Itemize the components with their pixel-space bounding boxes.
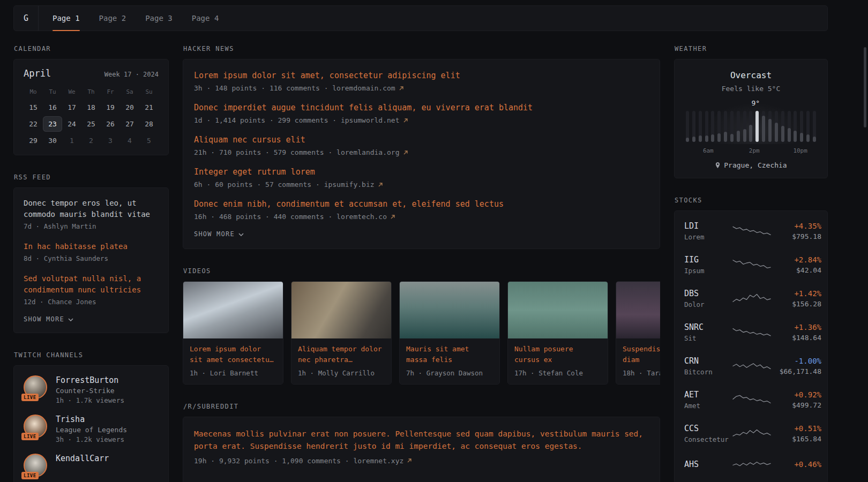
subreddit-post-link[interactable]: Maecenas mollis pulvinar erat non posuer…: [194, 428, 649, 453]
video-card[interactable]: Lorem ipsum dolor sit amet consectetu… 1…: [183, 281, 283, 385]
calendar-day-header: Fr: [101, 86, 120, 100]
rss-item-meta: 8d · Cynthia Saunders: [24, 254, 159, 262]
channel-avatar: LIVE: [24, 454, 48, 477]
weather-feels-like: Feels like 5°C: [684, 85, 818, 93]
channel-game: League of Legends: [56, 426, 127, 434]
hackernews-item-meta-text: 21h · 710 points · 579 comments · loreml…: [194, 148, 400, 156]
video-card[interactable]: Suspendisse diam 18h · Tara: [616, 281, 660, 385]
weather-hour-column: [768, 111, 772, 142]
channel-name: ForrestBurton: [56, 375, 124, 385]
hackernews-item-meta-text: 16h · 468 points · 440 comments · loremt…: [194, 213, 387, 221]
calendar-day-header: We: [62, 86, 81, 100]
stock-sparkline: [731, 291, 772, 306]
weather-hour-column: [806, 111, 810, 142]
weather-hour-column: [737, 111, 740, 142]
page-tab[interactable]: Page 1: [53, 6, 80, 31]
video-thumbnail: [291, 282, 391, 338]
stock-change: +0.46%: [772, 460, 821, 469]
rss-item-link[interactable]: Sed volutpat nulla nisl, a condimentum n…: [24, 273, 159, 296]
rss-item-link[interactable]: In hac habitasse platea: [24, 241, 159, 252]
hackernews-item-link[interactable]: Aliquam nec cursus elit: [194, 134, 649, 146]
rss-card: Donec tempor eros leo, ut commodo mauris…: [13, 187, 169, 333]
hackernews-item-link[interactable]: Donec enim nibh, condimentum et accumsan…: [194, 199, 649, 210]
stock-name: Amet: [684, 402, 731, 410]
video-title: Lorem ipsum dolor sit amet consectetu…: [190, 344, 276, 365]
weather-hour-bar: [775, 123, 778, 142]
external-link-icon: [403, 150, 408, 155]
stock-symbol: SNRC: [684, 322, 731, 332]
weather-hour-column: [743, 111, 746, 142]
calendar-widget-title: CALENDAR: [14, 45, 169, 52]
hackernews-item-meta: 21h · 710 points · 579 comments · loreml…: [194, 148, 649, 156]
video-thumbnail: [616, 282, 660, 338]
hackernews-item: Aliquam nec cursus elit 21h · 710 points…: [194, 134, 649, 156]
stock-identity: LDI Lorem: [684, 221, 731, 241]
stock-change: +1.36%: [772, 323, 821, 332]
subreddit-post-meta-text: 19h · 9,932 points · 1,090 comments · lo…: [194, 457, 403, 465]
rss-widget-title: RSS FEED: [14, 174, 169, 181]
right-column: WEATHER Overcast Feels like 5°C 9° 6am 2…: [674, 45, 828, 482]
calendar-day: 21: [139, 100, 159, 115]
subreddit-widget: /R/SUBREDDIT Maecenas mollis pulvinar er…: [183, 403, 660, 482]
rss-item-link[interactable]: Donec tempor eros leo, ut commodo mauris…: [24, 198, 159, 220]
weather-columns-chart: 9°: [684, 111, 818, 142]
weather-hour-column: [724, 111, 727, 142]
page-tab[interactable]: Page 4: [192, 6, 219, 31]
video-card[interactable]: Mauris sit amet massa felis 7h · Grayson…: [399, 281, 500, 385]
stock-symbol: AHS: [684, 460, 731, 469]
weather-widget-title: WEATHER: [675, 45, 828, 52]
page-tab[interactable]: Page 3: [145, 6, 173, 31]
stock-symbol: IIG: [684, 255, 731, 265]
weather-hour-column: [794, 111, 797, 142]
stock-sparkline: [731, 325, 772, 340]
stock-row: AHS +0.46%: [684, 450, 818, 480]
video-thumbnail: [400, 282, 499, 338]
weather-hour-bar: [781, 126, 784, 142]
hackernews-widget-title: HACKER NEWS: [183, 45, 660, 52]
stock-price: $42.04: [772, 266, 821, 274]
rss-widget: RSS FEED Donec tempor eros leo, ut commo…: [13, 174, 169, 333]
hackernews-item-link[interactable]: Lorem ipsum dolor sit amet, consectetur …: [194, 70, 649, 81]
stock-name: Consectetur: [684, 435, 731, 443]
sparkline-chart: [731, 223, 772, 239]
external-link-icon: [399, 86, 404, 91]
hackernews-item-link[interactable]: Integer eget rutrum lorem: [194, 167, 649, 178]
video-card[interactable]: Aliquam tempor dolor nec pharetra… 1h · …: [291, 281, 392, 385]
hackernews-list: Lorem ipsum dolor sit amet, consectetur …: [194, 70, 649, 221]
weather-location-text: Prague, Czechia: [724, 161, 787, 169]
channel-info: Trisha League of Legends 3h · 1.2k viewe…: [56, 415, 127, 443]
external-link-icon: [407, 458, 412, 463]
twitch-channel[interactable]: LIVE KendallCarr: [24, 454, 159, 477]
stock-name: Bitcorn: [684, 368, 731, 376]
calendar-day: 26: [101, 116, 120, 132]
page-tab[interactable]: Page 2: [99, 6, 126, 31]
external-link-icon: [403, 118, 408, 123]
channel-avatar: LIVE: [24, 375, 48, 399]
stock-change: +2.84%: [772, 255, 821, 264]
stock-sparkline: [731, 426, 772, 441]
stock-values: +4.35% $795.18: [772, 222, 821, 240]
stock-values: -1.00% $66,171.48: [772, 357, 821, 375]
rss-show-more-button[interactable]: SHOW MORE: [24, 315, 73, 323]
stock-identity: CCS Consectetur: [684, 424, 731, 443]
stock-price: $66,171.48: [772, 367, 821, 375]
live-badge: LIVE: [21, 472, 39, 479]
weather-hour-bar: [705, 135, 708, 142]
stock-row: DBS Dolor +1.42% $156.28: [684, 282, 818, 315]
calendar-day: 4: [120, 133, 139, 148]
app-logo[interactable]: G: [14, 6, 39, 31]
stock-price: $156.28: [772, 300, 821, 308]
scrollbar-thumb[interactable]: [864, 47, 866, 127]
hackernews-item-link[interactable]: Donec imperdiet augue tincidunt felis al…: [194, 102, 649, 114]
hackernews-show-more-button[interactable]: SHOW MORE: [194, 230, 244, 238]
rss-list: Donec tempor eros leo, ut commodo mauris…: [24, 198, 159, 306]
twitch-channel[interactable]: LIVE Trisha League of Legends 3h · 1.2k …: [24, 415, 159, 443]
video-card[interactable]: Nullam posuere cursus ex 17h · Stefan Co…: [507, 281, 608, 385]
stock-row: IIG Ipsum +2.84% $42.04: [684, 248, 818, 282]
video-meta: 17h · Stefan Cole: [514, 369, 601, 377]
calendar-day: 1: [62, 133, 81, 148]
live-badge: LIVE: [21, 394, 39, 401]
calendar-card: April Week 17 · 2024 MoTuWeThFrSaSu 1516…: [13, 59, 169, 155]
calendar-day-header: Su: [139, 86, 159, 100]
twitch-channel[interactable]: LIVE ForrestBurton Counter-Strike 1h · 1…: [24, 375, 159, 404]
